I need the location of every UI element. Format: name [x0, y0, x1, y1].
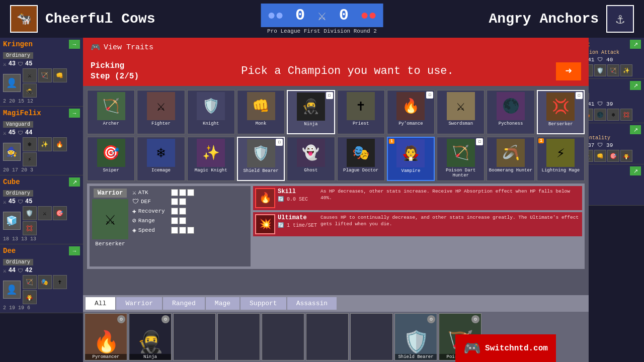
pick-empty-4 — [306, 313, 349, 360]
pick-empty-5 — [350, 313, 393, 360]
stat-recovery-label: ✚ Recovery — [132, 207, 169, 215]
left-player-avatar-2: 🧊 — [3, 212, 21, 230]
champ-boomerang[interactable]: 🪃 Boomerang Hunter — [487, 137, 534, 181]
plague-doctor-sprite: 🎭 — [347, 139, 375, 167]
champ-grid-area: 🏹 Archer ⚔️ Fighter 🛡️ Knight 👊 Monk ☐ 🥷… — [83, 86, 589, 295]
warrior-champ-name: Berserker — [95, 241, 125, 247]
left-player-arrow-0[interactable]: → — [69, 40, 80, 49]
tab-warrior[interactable]: Warrior — [116, 297, 162, 310]
shield-bearer-badge: ☐ — [276, 139, 283, 146]
champ-swordsman[interactable]: ⚔️ Swordsman — [437, 90, 485, 134]
pychoness-sprite: 🌑 — [497, 92, 525, 120]
pick-shield-bearer[interactable]: ⊖ 🛡️ Shield Bearer — [394, 313, 437, 360]
score-right: 0 — [336, 6, 351, 25]
champ-berserker[interactable]: ☐ 💢 Berserker — [537, 90, 585, 134]
nintendo-text: Switchntd.com — [485, 344, 548, 353]
champ-magic-knight[interactable]: ✨ Magic Knight — [187, 137, 235, 181]
champ-pychoness[interactable]: 🌑 Pychoness — [487, 90, 534, 134]
berserker-sprite: 💢 — [546, 93, 575, 121]
champ-plague-doctor[interactable]: 🎭 Plague Doctor — [337, 137, 385, 181]
champ-fighter[interactable]: ⚔️ Fighter — [137, 90, 185, 134]
champ-monk[interactable]: 👊 Monk — [237, 90, 285, 134]
skill-type-label: Skill — [278, 188, 318, 195]
tab-support[interactable]: Support — [240, 297, 286, 310]
stat-range-label: ⊘ Range — [132, 217, 169, 225]
champ-ghost[interactable]: 👻 Ghost — [287, 137, 335, 181]
recovery-icon: ✚ — [132, 207, 136, 215]
champ-knight[interactable]: 🛡️ Knight — [187, 90, 235, 134]
ninja-pick-name: Ninja — [129, 354, 171, 360]
pyromancer-sprite: 🔥 — [93, 333, 119, 354]
next-button[interactable]: ➜ — [556, 62, 581, 80]
ultimate-info: Ultimate 🔄 1 time/SET — [278, 214, 318, 228]
pick-header: Picking Step (2/5) Pick a Champion you w… — [83, 57, 589, 86]
champ-pyomance[interactable]: ☐ 🔥 Py'omance — [387, 90, 435, 134]
warrior-detail: Warrior ⚔️ Berserker ⚔ ATK — [90, 186, 251, 266]
ultimate-block: 💥 Ultimate 🔄 1 time/SET Causes HP to con… — [253, 212, 582, 236]
ultimate-description: Causes HP to continually decrease, and o… — [320, 214, 580, 228]
stat-atk-bars — [171, 189, 194, 196]
right-player-arrow-3[interactable]: ↗ — [630, 166, 641, 175]
warrior-sprite: ⚔️ — [92, 199, 128, 239]
view-traits-button[interactable]: 🎮 View Traits — [91, 42, 153, 52]
stat-def-bars — [171, 198, 186, 205]
anchor-icon: ⚓ — [606, 5, 634, 33]
pick-pyromancer[interactable]: ⊖ 🔥 Pyromancer — [85, 313, 127, 360]
poison-dart-sprite: 🏹 — [447, 139, 475, 167]
berserker-badge: ☐ — [576, 92, 583, 99]
team-right: Angry Anchors ⚓ — [403, 5, 644, 33]
left-player-arrow-3[interactable]: → — [69, 246, 80, 255]
priest-sprite: ✝️ — [347, 92, 375, 120]
champ-poison-dart[interactable]: ☐ 🏹 Poison Dart Hunter — [437, 137, 485, 181]
ultimate-cd: 🔄 1 time/SET — [278, 222, 318, 228]
champ-icemage[interactable]: ❄️ Icemage — [137, 137, 185, 181]
skill-description: As HP decreases, other stats increase. R… — [320, 188, 580, 202]
tab-ranged[interactable]: Ranged — [163, 297, 205, 310]
tab-mage[interactable]: Mage — [206, 297, 239, 310]
left-player-arrow-1[interactable]: → — [69, 109, 80, 118]
stat-range-row: ⊘ Range — [132, 217, 248, 225]
view-traits-bar: 🎮 View Traits — [83, 38, 589, 57]
ghost-sprite: 👻 — [297, 139, 325, 167]
skills-area: 🔥 Skill 🔄 0.0 SEC As HP decreases, other… — [253, 186, 582, 266]
stat-def-label: 🛡 DEF — [132, 198, 169, 206]
filter-tabs: All Warrior Ranged Mage Support Assassin — [83, 295, 589, 312]
right-player-arrow-2[interactable]: ↗ — [630, 125, 641, 134]
right-player-arrow-1[interactable]: ↗ — [630, 81, 641, 90]
icemage-sprite: ❄️ — [147, 139, 175, 167]
bottom-panel: Warrior ⚔️ Berserker ⚔ ATK — [87, 184, 585, 269]
left-sidebar: Kringen → Ordinary ⚔ 43 🛡 45 👤 ⚔️🏹👊🥷 2 2… — [0, 38, 83, 362]
range-icon: ⊘ — [132, 217, 136, 225]
champ-shield-bearer[interactable]: ☐ 🛡️ Shield Bearer — [237, 137, 285, 181]
champ-ninja[interactable]: ☐ 🥷 Ninja — [287, 90, 335, 134]
warrior-class-label: Warrior — [94, 189, 127, 198]
pyomance-sprite: 🔥 — [396, 92, 425, 120]
left-player-dee: Dee → Ordinary ⚔ 44 🛡 42 👤 🏹🎭✝️🧛 2 19 19… — [0, 244, 83, 313]
left-player-name-3: Dee — [3, 247, 16, 255]
left-player-arrow-2[interactable]: ↗ — [69, 177, 80, 187]
left-player-avatar-1: 🧙 — [3, 143, 21, 161]
swordsman-sprite: ⚔️ — [447, 92, 475, 120]
pyromancer-name: Pyromancer — [85, 354, 127, 360]
stat-speed-row: ◈ Speed — [132, 226, 248, 234]
score-area: 0 ⚔ 0 Pro League First Division Round 2 — [261, 4, 383, 34]
team-left: 🐄 Cheerful Cows — [0, 5, 242, 33]
tab-assassin[interactable]: Assassin — [287, 297, 337, 310]
sniper-sprite: 🎯 — [97, 139, 125, 167]
atk-icon: ⚔ — [132, 189, 136, 197]
champ-vampire[interactable]: 1 🧛 Vampire — [387, 137, 435, 181]
vampire-num: 1 — [389, 139, 394, 144]
shield-ban-icon: ⊖ — [427, 315, 435, 323]
champ-sniper[interactable]: 🎯 Sniper — [87, 137, 135, 181]
champ-lightning-mage[interactable]: 1 ⚡ Lightning Mage — [537, 137, 585, 181]
team-left-name: Cheerful Cows — [45, 11, 155, 27]
champ-priest[interactable]: ✝️ Priest — [337, 90, 385, 134]
right-player-arrow-0[interactable]: ↗ — [630, 40, 641, 49]
left-player-avatar-0: 👤 — [3, 74, 21, 92]
pick-ninja[interactable]: ⊖ 🥷 Ninja — [129, 313, 172, 360]
champ-archer[interactable]: 🏹 Archer — [87, 90, 135, 134]
tab-all[interactable]: All — [86, 297, 115, 310]
ultimate-type-label: Ultimate — [278, 214, 318, 221]
pyomance-badge: ☐ — [426, 92, 433, 99]
vampire-sprite: 🧛 — [396, 139, 425, 167]
